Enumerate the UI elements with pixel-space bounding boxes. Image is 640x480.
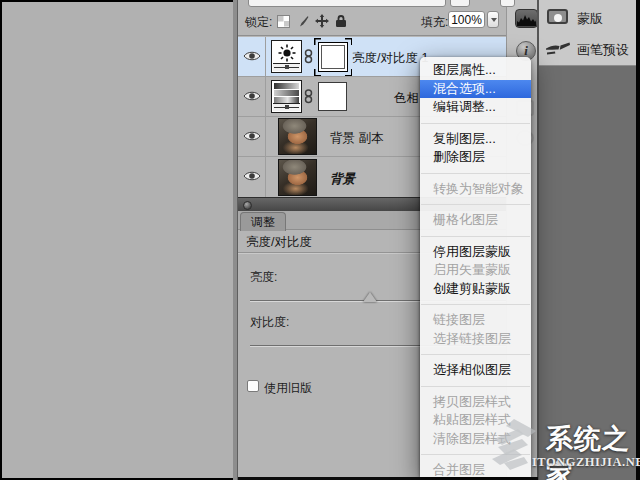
visibility-cell[interactable] — [238, 157, 266, 197]
thumbnail-mini-slider — [273, 63, 300, 71]
adjustment-thumbnail-brightness[interactable] — [271, 40, 302, 73]
menu-separator — [420, 230, 531, 243]
menu-item[interactable]: 创建剪贴蒙版 — [420, 280, 531, 299]
watermark: 系统之家 ITONGZHIJIA.NET — [476, 415, 640, 477]
brightness-slider-thumb[interactable] — [363, 292, 377, 302]
use-legacy-label: 使用旧版 — [264, 380, 312, 397]
eye-icon[interactable] — [243, 90, 261, 102]
panel-collapse-button[interactable] — [243, 201, 252, 210]
layer-name[interactable]: 色相 — [394, 90, 419, 107]
strip-partial-control — [500, 0, 515, 7]
lock-transparency-icon[interactable] — [277, 15, 290, 28]
layer-mask-thumbnail[interactable] — [318, 82, 347, 111]
panel-button-brush-presets[interactable]: 画笔预设 — [539, 33, 640, 63]
menu-item[interactable]: 混合选项... — [420, 80, 531, 99]
brush-presets-label: 画笔预设 — [577, 41, 629, 59]
menu-item[interactable]: 停用图层蒙版 — [420, 243, 531, 262]
menu-item[interactable]: 图层属性... — [420, 61, 531, 80]
mask-link-icon[interactable] — [304, 89, 313, 104]
fill-dropdown-arrow[interactable] — [487, 11, 499, 28]
menu-separator — [420, 198, 531, 211]
lock-label: 锁定: — [245, 14, 272, 31]
opacity-field-partial[interactable] — [450, 0, 470, 7]
brightness-sun-icon — [278, 44, 296, 62]
visibility-cell[interactable] — [238, 37, 266, 76]
watermark-title: 系统之家 — [546, 421, 640, 480]
contrast-label: 对比度: — [250, 314, 289, 331]
blend-mode-dropdown-partial[interactable] — [248, 0, 446, 7]
menu-item: 选择链接图层 — [420, 330, 531, 349]
menu-item: 拷贝图层样式 — [420, 393, 531, 412]
visibility-cell[interactable] — [238, 77, 266, 116]
menu-item[interactable]: 选择相似图层 — [420, 361, 531, 380]
document-canvas-area — [0, 0, 233, 480]
lock-toolbar: 锁定: 填充: 100% — [238, 8, 506, 36]
layer-photo-thumbnail[interactable] — [278, 159, 317, 196]
lock-icons — [277, 14, 347, 28]
thumbnail-mini-slider — [273, 103, 300, 111]
layer-name[interactable]: 亮度/对比度 1 — [352, 50, 428, 67]
visibility-cell[interactable] — [238, 117, 266, 156]
menu-item[interactable]: 删除图层 — [420, 148, 531, 167]
menu-item[interactable]: 编辑调整... — [420, 98, 531, 117]
menu-separator — [420, 348, 531, 361]
window-edge — [636, 0, 640, 480]
menu-separator — [420, 298, 531, 311]
watermark-subtitle: ITONGZHIJIA.NET — [532, 455, 640, 470]
brush-presets-icon — [545, 40, 571, 57]
tab-adjustments[interactable]: 调整 — [240, 212, 286, 231]
fill-value-field[interactable]: 100% — [448, 11, 485, 28]
menu-item: 转换为智能对象 — [420, 180, 531, 199]
layer-context-menu: 图层属性...混合选项...编辑调整...复制图层...删除图层转换为智能对象栅… — [420, 57, 531, 477]
collapsed-panels-group: 蒙版 画笔预设 — [539, 0, 640, 66]
masks-icon — [547, 9, 568, 24]
fill-label: 填充: — [421, 14, 448, 31]
menu-separator — [420, 167, 531, 180]
layer-photo-thumbnail[interactable] — [278, 118, 317, 155]
masks-label: 蒙版 — [577, 10, 603, 28]
lock-all-padlock-icon[interactable] — [335, 14, 347, 28]
layer-mask-thumbnail[interactable] — [318, 42, 348, 72]
menu-item[interactable]: 复制图层... — [420, 130, 531, 149]
mask-link-icon[interactable] — [304, 49, 313, 64]
layer-mask-target-frame — [314, 38, 352, 76]
adjustment-title: 亮度/对比度 — [246, 234, 312, 251]
menu-separator — [420, 117, 531, 130]
brightness-label: 亮度: — [250, 269, 277, 286]
layer-name[interactable]: 背景 — [330, 171, 355, 188]
adjustment-thumbnail-gradient-bars[interactable] — [271, 80, 302, 113]
lock-position-move-icon[interactable] — [315, 14, 329, 28]
menu-item: 启用矢量蒙版 — [420, 261, 531, 280]
right-panel-dock: 蒙版 画笔预设 — [537, 0, 640, 480]
eye-icon[interactable] — [243, 50, 261, 62]
menu-item: 链接图层 — [420, 311, 531, 330]
use-legacy-checkbox[interactable] — [247, 380, 259, 392]
eye-icon[interactable] — [243, 170, 261, 182]
menu-item: 栅格化图层 — [420, 211, 531, 230]
histogram-icon[interactable] — [515, 9, 538, 28]
gradient-bars — [274, 83, 299, 103]
panel-button-masks[interactable]: 蒙版 — [539, 2, 640, 32]
menu-separator — [420, 380, 531, 393]
eye-icon[interactable] — [243, 130, 261, 142]
layer-name[interactable]: 背景 副本 — [330, 130, 383, 147]
lock-paint-brush-icon[interactable] — [296, 15, 309, 28]
